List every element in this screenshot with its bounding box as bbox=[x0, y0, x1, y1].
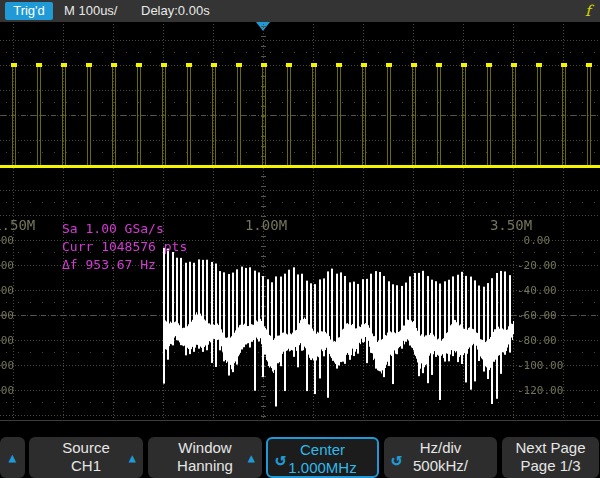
menu-collapse-button[interactable]: ▲ bbox=[0, 437, 25, 478]
db-axis-label: -40.00 bbox=[517, 285, 557, 296]
db-axis-label: -60.00 bbox=[0, 310, 14, 321]
up-arrow-icon: ▲ bbox=[0, 437, 25, 478]
db-axis-label: 0.00 bbox=[0, 235, 14, 246]
db-axis-label: -100.00 bbox=[0, 360, 14, 371]
softkey-title: Next Page bbox=[502, 439, 599, 457]
delta-f-readout: Δf 953.67 Hz bbox=[62, 256, 187, 274]
softkey-source[interactable]: SourceCH1▲ bbox=[29, 437, 143, 478]
freq-axis-label: 1.00M bbox=[245, 218, 287, 232]
db-axis-label: 0.00 bbox=[517, 235, 550, 246]
softkey-center[interactable]: Center1.000MHz↺ bbox=[266, 437, 379, 478]
points-readout: Curr 1048576 pts bbox=[62, 238, 187, 256]
db-axis-label: -120.00 bbox=[517, 385, 563, 396]
softkey-value: CH1 bbox=[29, 457, 143, 475]
softkey-title: Source bbox=[29, 439, 143, 457]
softkey-menu: ▲SourceCH1▲WindowHanning▲Center1.000MHz↺… bbox=[0, 437, 600, 478]
db-axis-label: -100.00 bbox=[517, 360, 563, 371]
softkey-next-page[interactable]: Next PagePage 1/3 bbox=[502, 437, 599, 478]
timebase-readout: M 100us/ bbox=[64, 3, 117, 19]
fft-info-block: Sa 1.00 GSa/s Curr 1048576 pts Δf 953.67… bbox=[62, 220, 187, 274]
trigger-status-badge: Trig'd bbox=[5, 2, 53, 20]
softkey-value: Hanning bbox=[148, 457, 262, 475]
oscilloscope-screen: Trig'd M 100us/ Delay:0.00s f Sa 1.00 GS… bbox=[0, 0, 600, 478]
rotate-knob-icon: ↺ bbox=[391, 447, 402, 468]
sample-rate-readout: Sa 1.00 GSa/s bbox=[62, 220, 187, 238]
softkey-window[interactable]: WindowHanning▲ bbox=[148, 437, 262, 478]
db-axis-label: -80.00 bbox=[517, 335, 557, 346]
rotate-knob-icon: ↺ bbox=[275, 447, 286, 468]
display-bottom-separator bbox=[0, 420, 600, 421]
db-axis-label: -20.00 bbox=[0, 260, 14, 271]
freq-axis-label: -1.50M bbox=[0, 218, 35, 232]
db-axis-label: -40.00 bbox=[0, 285, 14, 296]
status-bar: Trig'd M 100us/ Delay:0.00s f bbox=[0, 0, 600, 22]
frequency-counter-icon: f bbox=[585, 2, 591, 20]
softkey-hz-div[interactable]: Hz/div500kHz/↺ bbox=[384, 437, 497, 478]
db-axis-label: -60.00 bbox=[517, 310, 557, 321]
delay-readout: Delay:0.00s bbox=[141, 3, 210, 19]
up-arrow-icon: ▲ bbox=[129, 451, 136, 465]
db-axis-label: -80.00 bbox=[0, 335, 14, 346]
freq-axis-label: 3.50M bbox=[490, 218, 532, 232]
db-axis-label: -20.00 bbox=[517, 260, 557, 271]
db-axis-label: -120.00 bbox=[0, 385, 14, 396]
softkey-value: Page 1/3 bbox=[502, 457, 599, 475]
up-arrow-icon: ▲ bbox=[248, 451, 255, 465]
softkey-title: Window bbox=[148, 439, 262, 457]
